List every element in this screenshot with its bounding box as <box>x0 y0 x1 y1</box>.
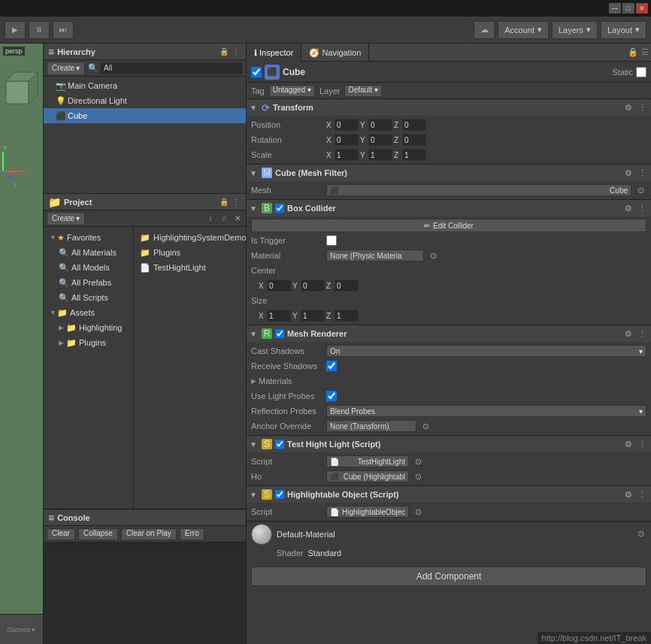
test-highlight-header[interactable]: ▼ S Test Hight Light (Script) ⚙ ⋮ <box>247 436 651 452</box>
step-button[interactable]: ⏭ <box>53 21 74 39</box>
object-static-checkbox[interactable] <box>636 67 646 77</box>
play-button[interactable]: ▶ <box>5 21 26 39</box>
material-select-btn[interactable]: ⊙ <box>634 528 646 540</box>
add-component-button[interactable]: Add Component <box>251 567 646 586</box>
center-z-input[interactable]: 0 <box>335 280 359 292</box>
pause-button[interactable]: ⏸ <box>29 21 50 39</box>
test-highlight-menu-btn[interactable]: ⋮ <box>636 438 648 450</box>
hierarchy-item-directional-light[interactable]: 💡 Directional Light <box>44 93 246 108</box>
file-plugins[interactable]: 📁 Plugins <box>137 245 243 260</box>
project-sync-btn[interactable]: ↕ <box>205 213 216 224</box>
test-highlight-settings-btn[interactable]: ⚙ <box>622 438 634 450</box>
hierarchy-item-main-camera[interactable]: 📷 Main Camera <box>44 78 246 93</box>
tree-plugins[interactable]: ▶ 📁 Plugins <box>44 335 133 350</box>
tree-all-scripts[interactable]: 🔍 All Scripts <box>44 290 133 305</box>
layout-dropdown[interactable]: Layout ▾ <box>601 21 646 39</box>
tree-all-prefabs[interactable]: 🔍 All Prefabs <box>44 275 133 290</box>
mesh-value[interactable]: ⬛ Cube <box>326 184 631 196</box>
tree-highlighting[interactable]: ▶ 📁 Highlighting <box>44 320 133 335</box>
layers-dropdown[interactable]: Layers ▾ <box>552 21 598 39</box>
highlightable-header[interactable]: ▼ S Highlightable Object (Script) ⚙ ⋮ <box>247 486 651 503</box>
transform-header[interactable]: ▼ ⟳ Transform ⚙ ⋮ <box>247 99 651 116</box>
file-test-highlight[interactable]: 📄 TestHightLight <box>137 260 243 275</box>
highlightable-script-btn[interactable]: ⊙ <box>412 506 424 518</box>
center-y-input[interactable]: 0 <box>301 280 325 292</box>
mesh-renderer-settings-btn[interactable]: ⚙ <box>622 328 634 340</box>
maximize-button[interactable]: □ <box>622 3 634 14</box>
hierarchy-menu-btn[interactable]: ⋮ <box>231 47 241 57</box>
console-clear-btn[interactable]: Clear <box>47 528 75 540</box>
box-collider-settings-btn[interactable]: ⚙ <box>622 202 634 214</box>
box-collider-enable-checkbox[interactable] <box>275 204 284 213</box>
test-ho-value[interactable]: ⬛ Cube (Highlightabl <box>326 470 409 482</box>
mesh-renderer-enable-checkbox[interactable] <box>275 329 284 338</box>
account-dropdown[interactable]: Account ▾ <box>498 21 549 39</box>
edit-collider-btn[interactable]: ✏ Edit Collider <box>251 219 646 232</box>
tree-favorites-header[interactable]: ▼ ★ Favorites <box>44 230 133 245</box>
hierarchy-search-input[interactable] <box>100 62 243 74</box>
scene-view[interactable]: persp x y z <box>0 44 43 614</box>
console-error-btn[interactable]: Erro <box>180 528 204 540</box>
hierarchy-lock-btn[interactable]: 🔒 <box>219 47 229 57</box>
test-highlight-enable-checkbox[interactable] <box>275 440 284 449</box>
collider-material-value[interactable]: None (Physic Materia <box>326 249 424 262</box>
project-create-btn[interactable]: Create ▾ <box>47 212 85 225</box>
project-bookmark-btn[interactable]: ☆ <box>219 213 229 224</box>
size-y-input[interactable]: 1 <box>301 310 325 322</box>
mesh-filter-header[interactable]: ▼ M Cube (Mesh Filter) ⚙ ⋮ <box>247 165 651 181</box>
cast-shadows-dropdown[interactable]: On ▾ <box>326 345 646 357</box>
anchor-override-dropdown[interactable]: None (Transform) <box>326 420 416 432</box>
mesh-filter-menu-btn[interactable]: ⋮ <box>636 167 648 179</box>
test-ho-btn[interactable]: ⊙ <box>412 470 424 482</box>
minimize-button[interactable]: — <box>609 3 621 14</box>
position-x-input[interactable]: 0 <box>335 119 359 131</box>
mesh-filter-settings-btn[interactable]: ⚙ <box>622 167 634 179</box>
collider-material-btn[interactable]: ⊙ <box>427 249 439 262</box>
hierarchy-create-btn[interactable]: Create ▾ <box>47 62 85 75</box>
tree-all-materials[interactable]: 🔍 All Materials <box>44 245 133 260</box>
use-light-probes-checkbox[interactable] <box>326 391 337 401</box>
scale-y-input[interactable]: 1 <box>368 149 392 161</box>
transform-settings-btn[interactable]: ⚙ <box>622 101 634 113</box>
cloud-button[interactable]: ☁ <box>474 21 495 39</box>
hierarchy-item-cube[interactable]: ⬛ Cube <box>44 108 246 123</box>
highlightable-script-value[interactable]: 📄 HighlightableObjec <box>326 506 409 518</box>
test-script-btn[interactable]: ⊙ <box>412 455 424 467</box>
size-x-input[interactable]: 1 <box>267 310 291 322</box>
is-trigger-checkbox[interactable] <box>326 235 337 246</box>
project-menu-btn[interactable]: ⋮ <box>231 197 241 207</box>
rotation-y-input[interactable]: 0 <box>368 134 392 146</box>
inspector-menu-btn[interactable]: ☰ <box>639 44 651 60</box>
close-button[interactable]: ✕ <box>636 3 648 14</box>
transform-menu-btn[interactable]: ⋮ <box>636 101 648 113</box>
scale-z-input[interactable]: 1 <box>402 149 426 161</box>
mesh-select-btn[interactable]: ⊙ <box>634 184 646 196</box>
layer-select[interactable]: Default ▾ <box>344 85 381 97</box>
tag-select[interactable]: Untagged ▾ <box>269 85 315 97</box>
box-collider-menu-btn[interactable]: ⋮ <box>636 202 648 214</box>
reflection-probes-dropdown[interactable]: Blend Probes ▾ <box>326 405 646 417</box>
mesh-renderer-header[interactable]: ▼ R Mesh Renderer ⚙ ⋮ <box>247 325 651 342</box>
inspector-tab[interactable]: ℹ Inspector <box>247 44 301 62</box>
object-enabled-checkbox[interactable] <box>251 67 262 77</box>
file-highlighting-demo[interactable]: 📁 HighlightingSystemDemo <box>137 230 243 245</box>
anchor-override-btn[interactable]: ⊙ <box>419 420 431 432</box>
project-lock-btn[interactable]: 🔒 <box>219 197 229 207</box>
inspector-lock-btn[interactable]: 🔒 <box>627 44 639 60</box>
highlightable-settings-btn[interactable]: ⚙ <box>622 488 634 500</box>
receive-shadows-checkbox[interactable] <box>326 361 337 371</box>
highlightable-menu-btn[interactable]: ⋮ <box>636 488 648 500</box>
position-z-input[interactable]: 0 <box>402 119 426 131</box>
test-script-value[interactable]: 📄 TestHightLight <box>326 455 409 467</box>
project-close-btn[interactable]: ✕ <box>232 213 243 224</box>
highlightable-enable-checkbox[interactable] <box>275 490 284 499</box>
rotation-x-input[interactable]: 0 <box>335 134 359 146</box>
tree-assets-header[interactable]: ▼ 📁 Assets <box>44 305 133 320</box>
rotation-z-input[interactable]: 0 <box>402 134 426 146</box>
console-collapse-btn[interactable]: Collapse <box>78 528 118 540</box>
size-z-input[interactable]: 1 <box>335 310 359 322</box>
navigation-tab[interactable]: 🧭 Navigation <box>301 44 369 62</box>
tree-all-models[interactable]: 🔍 All Models <box>44 260 133 275</box>
center-x-input[interactable]: 0 <box>267 280 291 292</box>
console-clear-on-play-btn[interactable]: Clear on Play <box>121 528 177 540</box>
